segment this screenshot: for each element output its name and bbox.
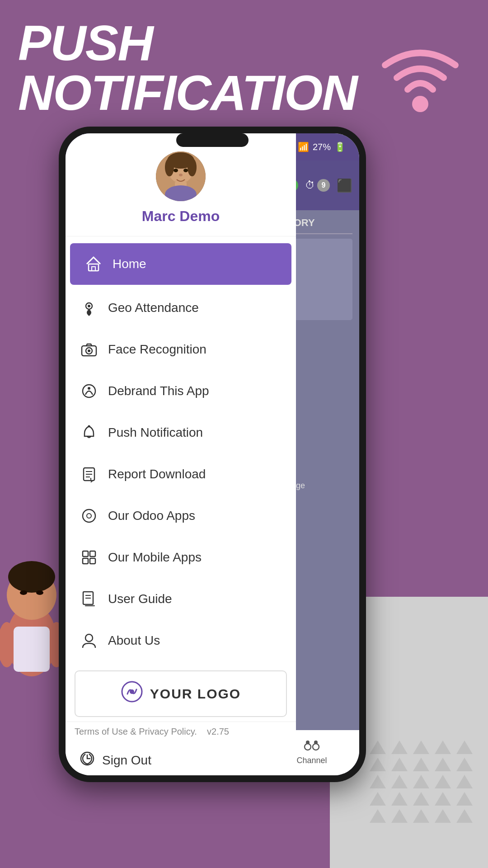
svg-point-26: [88, 305, 90, 307]
signout-icon: [79, 750, 95, 770]
debrand-label: Debrand This App: [108, 384, 209, 398]
svg-point-38: [87, 514, 91, 518]
svg-rect-24: [92, 267, 95, 271]
svg-point-16: [165, 158, 174, 176]
sidebar-drawer: Marc Demo Home: [66, 133, 296, 775]
home-icon: [84, 254, 103, 274]
home-label: Home: [113, 257, 146, 271]
sidebar-item-face-recognition[interactable]: Face Recognition: [66, 329, 296, 370]
triangle-pattern: [370, 741, 474, 823]
svg-rect-42: [90, 558, 95, 564]
svg-rect-44: [85, 605, 95, 606]
avatar: [156, 151, 206, 201]
svg-rect-23: [89, 264, 99, 271]
logo-section: YOUR LOGO: [75, 670, 287, 717]
user-name: Marc Demo: [142, 208, 220, 225]
sign-out-label: Sign Out: [102, 753, 151, 768]
report-label: Report Download: [108, 467, 206, 481]
sign-out-button[interactable]: Sign Out: [66, 741, 296, 775]
sidebar-item-geo-attendance[interactable]: Geo Attendance: [66, 287, 296, 329]
push-notif-label: Push Notification: [108, 425, 203, 440]
sidebar-item-report-download[interactable]: Report Download: [66, 453, 296, 495]
svg-point-18: [174, 169, 178, 172]
guide-icon: [79, 589, 99, 609]
odoo-label: Our Odoo Apps: [108, 509, 195, 523]
sidebar-item-mobile-apps[interactable]: Our Mobile Apps: [66, 537, 296, 578]
logo-icon: [121, 680, 143, 707]
svg-point-10: [313, 744, 319, 750]
battery-full-icon: 🔋: [334, 142, 346, 152]
svg-rect-39: [83, 551, 88, 557]
about-label: About Us: [108, 633, 160, 648]
svg-point-0: [412, 96, 428, 112]
page-title: PUSH NOTIFICATION: [18, 18, 357, 118]
mobile-apps-label: Our Mobile Apps: [108, 550, 202, 565]
sidebar-item-push-notification[interactable]: Push Notification: [66, 412, 296, 453]
sidebar-item-user-guide[interactable]: User Guide: [66, 578, 296, 620]
svg-point-47: [85, 634, 93, 642]
camera-icon: [79, 340, 99, 359]
profile-section: Marc Demo: [66, 133, 296, 236]
battery-icon: 27%: [313, 142, 331, 152]
sidebar-item-debrand[interactable]: Debrand This App: [66, 370, 296, 412]
phone-notch: [176, 133, 249, 147]
svg-rect-40: [90, 551, 95, 557]
phone-mockup: 4:47 ⏰ 5G 📶 27% 🔋 3 ⏱ 9: [59, 127, 366, 782]
svg-point-17: [188, 158, 197, 176]
svg-point-49: [130, 689, 134, 694]
svg-point-20: [179, 174, 183, 176]
report-icon: [79, 464, 99, 484]
badge-9: 9: [317, 179, 330, 192]
svg-point-4: [20, 590, 27, 595]
geo-label: Geo Attendance: [108, 301, 199, 315]
debrand-icon: [79, 381, 99, 401]
svg-point-12: [314, 741, 318, 744]
drawer-footer: Terms of Use & Privacy Policy. v2.75: [66, 722, 296, 741]
bell-icon: [79, 423, 99, 443]
odoo-icon: [79, 506, 99, 526]
grid-icon: [79, 547, 99, 567]
face-label: Face Recognition: [108, 342, 206, 357]
guide-label: User Guide: [108, 592, 172, 606]
geo-icon: [79, 298, 99, 318]
svg-point-3: [8, 561, 55, 593]
sidebar-item-about-us[interactable]: About Us: [66, 620, 296, 661]
svg-rect-8: [14, 627, 50, 672]
svg-point-19: [183, 169, 188, 172]
person-icon: [79, 631, 99, 651]
svg-point-29: [88, 349, 90, 352]
sidebar-item-home[interactable]: Home: [70, 243, 291, 285]
svg-point-37: [83, 509, 95, 522]
svg-point-5: [36, 590, 43, 595]
logo-text: YOUR LOGO: [150, 686, 241, 702]
channel-nav-item[interactable]: Channel: [296, 740, 327, 765]
signal-icon: 📶: [298, 142, 309, 152]
svg-point-32: [88, 425, 90, 428]
menu-list: Home Geo Attendance: [66, 236, 296, 666]
svg-point-11: [306, 741, 310, 744]
wifi-icon: [375, 27, 465, 115]
svg-point-9: [305, 744, 311, 750]
svg-point-31: [88, 387, 90, 390]
svg-rect-41: [83, 558, 88, 564]
sidebar-item-odoo-apps[interactable]: Our Odoo Apps: [66, 495, 296, 537]
